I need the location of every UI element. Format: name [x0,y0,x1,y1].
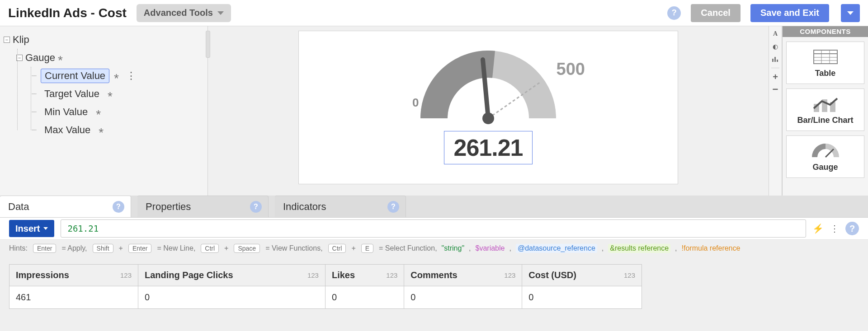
type-badge: 123 [624,271,635,279]
column-header-cost[interactable]: Cost (USD)123 [522,265,642,286]
insert-button[interactable]: Insert [9,220,54,237]
column-header-comments[interactable]: Comments123 [404,265,522,286]
components-header: COMPONENTS [783,26,868,37]
zoom-in-icon[interactable]: + [770,72,780,82]
asterisk-icon: * [99,131,104,135]
preview-canvas: 0 500 261.21 [208,26,769,196]
tree-item-target-value[interactable]: Target Value * [29,85,205,103]
kbd-ctrl: Ctrl [201,244,219,253]
zoom-out-icon[interactable]: − [770,84,780,94]
cancel-button[interactable]: Cancel [691,4,741,22]
formula-input[interactable] [61,219,806,238]
tree-node-label: Klip [13,34,29,46]
advanced-tools-dropdown[interactable]: Advanced Tools [137,4,231,22]
tab-data[interactable]: Data ? [0,196,131,217]
hint-string-token: "string" [442,244,464,252]
asterisk-icon: * [96,112,101,117]
cell[interactable]: 0 [325,286,404,309]
tab-label: Properties [146,201,191,213]
cell[interactable]: 0 [522,286,642,309]
advanced-tools-label: Advanced Tools [144,8,213,18]
collapse-icon[interactable]: − [4,37,10,43]
table-icon [812,48,839,66]
cell[interactable]: 461 [9,286,138,309]
more-icon[interactable]: ⋮ [123,70,139,82]
gauge-icon [812,142,839,160]
column-header-landing-page-clicks[interactable]: Landing Page Clicks123 [138,265,325,286]
column-header-likes[interactable]: Likes123 [325,265,404,286]
gauge-max-label: 500 [557,60,585,79]
tab-properties[interactable]: Properties ? [137,196,269,217]
hint-newline: = New Line, [157,244,195,252]
text-tool-icon[interactable]: A [770,29,780,39]
svg-rect-3 [772,59,774,62]
component-label: Table [815,69,836,78]
view-toolstrip: A ◐ + − [769,26,782,196]
caret-down-icon [217,11,224,15]
header-label: Likes [332,270,355,280]
gauge-icon [416,51,561,127]
save-and-exit-dropdown[interactable] [841,4,860,22]
svg-rect-6 [814,50,837,64]
component-label: Bar/Line Chart [797,116,853,125]
hint-results-token: &results reference [608,244,670,253]
components-panel: COMPONENTS Table Bar/Line Chart Gauge [782,26,868,196]
asterisk-icon: * [114,76,119,81]
svg-rect-4 [774,57,776,62]
tab-indicators[interactable]: Indicators ? [275,196,406,217]
hint-formula-token: !formula reference [682,244,741,252]
table-row[interactable]: 461 0 0 0 0 [9,286,642,309]
asterisk-icon: * [108,94,113,99]
help-icon[interactable]: ? [845,222,859,235]
lightning-icon[interactable]: ⚡ [812,223,824,234]
hint-selectfn: = Select Function, [379,244,437,252]
caret-down-icon [847,11,854,15]
collapse-icon[interactable]: − [16,55,23,61]
hint-variable-token: $variable [476,244,505,252]
component-barline-chart[interactable]: Bar/Line Chart [786,89,864,131]
help-icon[interactable]: ? [113,201,124,213]
tree-node-label: Gauge [25,52,55,64]
help-icon[interactable]: ? [667,6,681,20]
page-title: LinkedIn Ads - Cost [8,6,127,20]
help-icon[interactable]: ? [250,201,262,213]
tree-node-klip[interactable]: − Klip [2,31,205,49]
cell[interactable]: 0 [138,286,325,309]
component-table[interactable]: Table [786,42,864,84]
appearance-tool-icon[interactable]: ◐ [770,42,780,51]
kbd-e: E [361,244,373,253]
kbd-ctrl: Ctrl [328,244,346,253]
save-and-exit-button[interactable]: Save and Exit [750,4,829,22]
component-gauge[interactable]: Gauge [786,135,864,178]
svg-rect-5 [777,60,778,62]
chart-tool-icon[interactable] [770,54,780,64]
type-badge: 123 [120,271,132,279]
hint-datasource-token: @datasource_reference [516,244,597,253]
svg-point-2 [482,112,494,124]
cell[interactable]: 0 [404,286,522,309]
gauge-value[interactable]: 261.21 [444,131,532,164]
header-label: Landing Page Clicks [145,270,233,280]
column-header-impressions[interactable]: Impressions123 [9,265,138,286]
asterisk-icon: * [58,58,63,63]
hint-apply: = Apply, [61,244,87,252]
more-icon[interactable]: ⋮ [830,223,839,234]
gauge-min-label: 0 [412,96,419,110]
tree-item-current-value[interactable]: Current Value * ⋮ [29,67,205,85]
help-icon[interactable]: ? [387,201,399,213]
tree-node-gauge[interactable]: − Gauge * [15,49,205,67]
data-preview-table: Impressions123 Landing Page Clicks123 Li… [9,264,642,309]
klip-preview[interactable]: 0 500 261.21 [298,31,678,184]
lower-tabs: Data ? Properties ? Indicators ? [0,196,868,217]
insert-label: Insert [15,224,40,234]
caret-down-icon [43,227,48,230]
gauge-widget: 0 500 [416,51,561,127]
bar-line-chart-icon [812,95,839,113]
header-label: Impressions [16,270,69,280]
hint-viewfn: = View Functions, [265,244,322,252]
kbd-shift: Shift [93,244,113,253]
tree-item-max-value[interactable]: Max Value * [29,121,205,139]
header-label: Comments [410,270,457,280]
component-label: Gauge [812,163,838,172]
tree-item-min-value[interactable]: Min Value * [29,103,205,121]
